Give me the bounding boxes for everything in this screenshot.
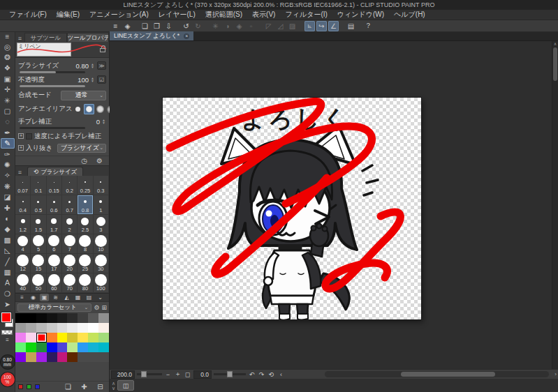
color-swatch[interactable] (15, 313, 26, 323)
color-swatch[interactable] (15, 352, 26, 362)
color-swatch[interactable] (36, 323, 47, 333)
vertical-scrollbar[interactable]: ∧ (552, 41, 558, 369)
tab-tool-property[interactable]: ツールプロパティ (67, 33, 110, 42)
brush-size-stepper[interactable]: ▲▼ (90, 63, 95, 68)
brush-size-0.7[interactable]: 0.7 (62, 195, 78, 215)
menu-item[interactable]: レイヤー(L) (154, 10, 200, 20)
open-file-icon[interactable]: ❐ (152, 21, 162, 31)
anti-aliasing-weak[interactable] (84, 104, 94, 114)
color-history-tab-icon[interactable]: ▤ (85, 294, 94, 301)
color-swatch[interactable] (98, 342, 109, 352)
anti-aliasing-none[interactable] (73, 104, 83, 114)
color-swatch[interactable] (26, 323, 36, 333)
anti-aliasing-medium[interactable] (95, 104, 105, 114)
brush-size-12[interactable]: 12 (15, 254, 31, 273)
brush-size-6[interactable]: 6 (47, 234, 62, 254)
rotation-slider[interactable] (214, 373, 246, 375)
marquee-select-tool[interactable]: ▢ (1, 105, 15, 116)
color-swatch[interactable] (67, 342, 78, 352)
brush-size-4[interactable]: 4 (15, 234, 31, 254)
zoom-slider[interactable] (137, 373, 162, 375)
subtool-preview[interactable]: ミリペン (15, 42, 109, 58)
pencil-tool[interactable]: ✎ (1, 138, 15, 149)
color-swatch[interactable] (47, 313, 57, 323)
menu-item[interactable]: 選択範囲(S) (200, 10, 247, 20)
delete-color-icon[interactable]: ⊟ (95, 382, 105, 392)
brush-size-100[interactable]: 100 (94, 273, 109, 293)
brush-size-0.25[interactable]: 0.25 (78, 176, 93, 195)
figure-tool[interactable]: ◺ (1, 245, 15, 255)
snap-special-ruler-icon[interactable]: ↪ (316, 21, 327, 31)
intermediate-color-tab-icon[interactable]: ▦ (73, 294, 82, 301)
brush-size-1.5[interactable]: 1.5 (31, 215, 46, 234)
drawing-canvas[interactable]: よろしく (163, 98, 421, 319)
rotate-right-button[interactable]: ↷ (258, 371, 265, 378)
zoom-tool[interactable]: ◎ (1, 41, 15, 52)
foreground-color-chip[interactable] (1, 312, 11, 322)
reselect-icon[interactable]: ◑ (222, 21, 233, 31)
selection-border-icon[interactable]: ▫ (246, 21, 256, 31)
blend-mode-dropdown[interactable]: 通常 ⌄ (61, 91, 106, 100)
import-color-set-icon[interactable]: ❏ (63, 382, 73, 392)
clear-outside-icon[interactable]: ◿ (275, 21, 286, 31)
fill-tool[interactable]: ◆ (1, 224, 15, 234)
brush-size-25[interactable]: 25 (78, 254, 93, 273)
brush-size-10[interactable]: 10 (94, 234, 109, 254)
color-swatch[interactable] (15, 333, 26, 342)
opacity-slider[interactable] (20, 85, 85, 87)
frame-border-tool[interactable]: ▦ (1, 266, 15, 277)
blend-tool[interactable]: ◐ (1, 213, 15, 223)
move-canvas-tool[interactable]: ❂ (1, 52, 15, 62)
register-settings-icon[interactable]: ⚙ (94, 156, 105, 166)
fit-to-screen-button[interactable]: ◻ (184, 371, 191, 378)
brush-size-1.7[interactable]: 1.7 (47, 215, 62, 234)
brush-size-0.6[interactable]: 0.6 (47, 195, 62, 215)
expand-icon[interactable]: + (18, 133, 24, 139)
undo-icon[interactable]: ↺ (181, 21, 191, 31)
speed-stabilization-checkbox[interactable] (26, 133, 32, 140)
color-swatch[interactable] (78, 323, 88, 333)
brush-size-15[interactable]: 15 (31, 254, 46, 273)
brush-size-badge[interactable]: 0.80 mm (1, 355, 15, 369)
tab-sub-tool[interactable]: サブツール (24, 33, 67, 42)
color-swatch[interactable] (15, 342, 26, 352)
color-wheel-tab-icon[interactable]: ◉ (29, 294, 38, 301)
brush-size-3[interactable]: 3 (94, 215, 109, 234)
palette-dock-icon[interactable]: ▤ (346, 21, 356, 31)
brush-size-70[interactable]: 70 (62, 273, 78, 293)
auto-select-tool[interactable]: ✳ (1, 95, 15, 105)
color-swatch[interactable] (47, 352, 57, 362)
color-swatch[interactable] (15, 323, 26, 333)
brush-size-8[interactable]: 8 (78, 234, 93, 254)
color-swatch[interactable] (57, 342, 68, 352)
color-swatch[interactable] (57, 313, 68, 323)
color-slider-tab-icon[interactable]: ≋ (51, 294, 60, 301)
redo-icon[interactable]: ↻ (193, 21, 203, 31)
horizontal-scrollbar[interactable] (325, 371, 549, 377)
approx-color-tab-icon[interactable]: ◭ (62, 294, 71, 301)
balloon-tool[interactable]: ❍ (1, 288, 15, 299)
menu-item[interactable]: 表示(V) (247, 10, 280, 20)
snap-ruler-icon[interactable]: ⦜ (304, 21, 315, 31)
tool-palette-menu-icon[interactable]: ≡ (6, 32, 10, 41)
eraser-tool[interactable]: ◪ (1, 191, 15, 202)
vertical-scroll-thumb[interactable] (553, 47, 557, 81)
color-swatch[interactable] (67, 313, 78, 323)
brush-size-60[interactable]: 60 (47, 273, 62, 293)
new-canvas-icon[interactable]: ❏ (140, 21, 150, 31)
canvas-viewport[interactable]: よろしく ∧ (110, 41, 558, 369)
color-swatch[interactable] (98, 313, 109, 323)
rotate-left-button[interactable]: ↶ (248, 371, 256, 378)
fill-selection-icon[interactable]: ▨ (287, 21, 298, 31)
scroll-right-icon[interactable]: › (555, 371, 557, 377)
color-swatch[interactable] (36, 352, 47, 362)
color-set-dropdown[interactable]: 標準カラーセット ⌄ (17, 303, 91, 312)
lock-icon[interactable] (100, 48, 105, 52)
color-swatch[interactable] (78, 313, 88, 323)
color-swatch[interactable] (26, 352, 36, 362)
zoom-out-button[interactable]: − (164, 371, 172, 378)
zoom-value[interactable]: 200.0 (111, 370, 135, 379)
color-swatch[interactable] (26, 333, 36, 342)
brush-size-0.4[interactable]: 0.4 (15, 195, 31, 215)
object-tool[interactable]: ▣ (1, 73, 15, 84)
